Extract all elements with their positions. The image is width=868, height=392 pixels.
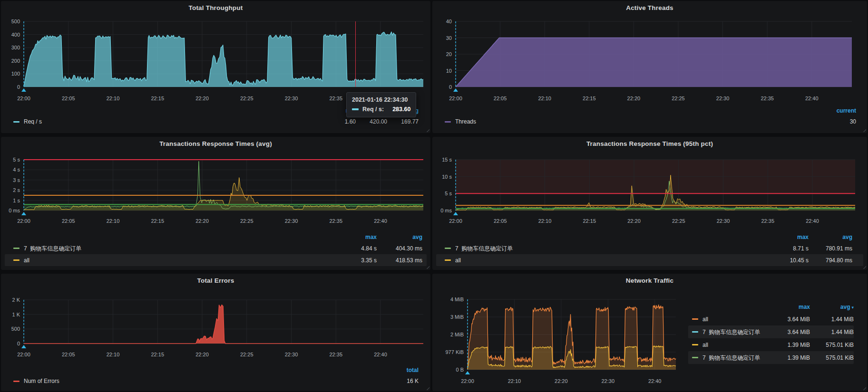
legend-series-label[interactable]: all (455, 258, 766, 263)
svg-text:22:35: 22:35 (761, 96, 774, 101)
legend-sort-header-max[interactable]: max (769, 304, 810, 310)
panel-active-threads: Active Threads 01020304022:0022:0522:102… (432, 1, 867, 133)
legend-series-color-dash[interactable] (13, 248, 20, 249)
svg-text:22:25: 22:25 (672, 218, 685, 224)
legend-series-color-dash[interactable] (692, 331, 698, 333)
legend-value: 30 (823, 119, 856, 124)
legend-sort-header-avg[interactable]: avg▾ (810, 304, 854, 310)
svg-text:22:10: 22:10 (107, 218, 120, 224)
legend-sort-header-max[interactable]: max (766, 234, 809, 240)
legend-sort-header-max[interactable]: max (334, 234, 377, 240)
tooltip-series-name: Req / s: (362, 106, 384, 113)
legend-series-color-dash[interactable] (13, 259, 20, 261)
svg-text:22:20: 22:20 (627, 218, 641, 224)
panel-total-throughput: Total Throughput 010020030040050022:0022… (1, 1, 430, 133)
legend-series-color-dash[interactable] (445, 259, 451, 261)
svg-text:22:25: 22:25 (240, 96, 254, 101)
legend-series-color-dash[interactable] (692, 318, 698, 320)
legend-sort-header-current[interactable]: current (823, 108, 856, 114)
legend-row: Threads30 (436, 116, 863, 127)
panel-title-active-threads[interactable]: Active Threads (432, 1, 867, 11)
panel-title-response-times-avg[interactable]: Transactions Response Times (avg) (1, 137, 430, 147)
svg-text:22:40: 22:40 (374, 352, 387, 357)
legend-series-color-dash[interactable] (445, 248, 451, 249)
svg-text:22:25: 22:25 (240, 218, 254, 224)
legend-value: 16 K (385, 378, 419, 384)
svg-text:22:20: 22:20 (195, 218, 209, 224)
legend-row: all1.39 MiB575.01 KiB (688, 338, 854, 351)
legend-value: 575.01 KiB (810, 355, 854, 361)
legend-series-label[interactable]: 7_购物车信息确定订单 (702, 355, 769, 361)
svg-text:10 s: 10 s (442, 174, 452, 180)
svg-text:15 s: 15 s (442, 157, 452, 163)
svg-text:0 ms: 0 ms (9, 208, 20, 213)
legend-value: 780.91 ms (809, 246, 852, 251)
svg-text:22:30: 22:30 (285, 96, 298, 101)
legend-row: 7_购物车信息确定订单4.84 s404.30 ms (5, 242, 427, 254)
svg-text:22:35: 22:35 (761, 218, 774, 224)
legend-value: 1.44 MiB (810, 316, 854, 322)
panel-title-response-times-95pct[interactable]: Transactions Response Times (95th pct) (432, 137, 867, 147)
svg-text:22:05: 22:05 (62, 218, 75, 224)
legend-sort-header-total[interactable]: total (385, 367, 419, 373)
svg-text:22:15: 22:15 (151, 96, 164, 101)
active-threads-legend: currentThreads30 (436, 105, 863, 127)
svg-text:22:20: 22:20 (195, 352, 209, 357)
legend-row: 7_购物车信息确定订单1.39 MiB575.01 KiB (688, 351, 854, 364)
response-times-avg-legend: maxavg7_购物车信息确定订单4.84 s404.30 msall3.35 … (5, 232, 427, 266)
legend-value: 3.35 s (334, 258, 377, 263)
legend-sort-header-avg[interactable]: avg (377, 234, 422, 240)
legend-series-label[interactable]: 7_购物车信息确定订单 (702, 329, 769, 335)
svg-text:22:20: 22:20 (627, 96, 641, 101)
legend-header-row: maxavg▾ (688, 301, 854, 313)
legend-series-label[interactable]: 7_购物车信息确定订单 (455, 246, 766, 251)
graph-tooltip: 2021-01-16 22:34:30 Req / s: 283.60 (346, 92, 416, 117)
legend-series-label[interactable]: all (702, 316, 769, 322)
legend-series-color-dash[interactable] (13, 381, 20, 382)
legend-row: all3.64 MiB1.44 MiB (688, 313, 854, 325)
svg-text:22:40: 22:40 (805, 96, 819, 101)
svg-text:22:10: 22:10 (538, 218, 552, 224)
legend-value: 10.45 s (766, 258, 809, 263)
legend-series-label[interactable]: 7_购物车信息确定订单 (24, 246, 334, 251)
response-times-95pct-legend: maxavg7_购物车信息确定订单8.71 s780.91 msall10.45… (436, 232, 863, 266)
network-traffic-legend: maxavg▾all3.64 MiB1.44 MiB7_购物车信息确定订单3.6… (688, 301, 854, 364)
legend-series-color-dash[interactable] (692, 344, 698, 345)
legend-series-color-dash[interactable] (692, 357, 698, 358)
legend-series-label[interactable]: all (24, 258, 334, 263)
grafana-dashboard: { "colors": { "accent_blue": "#33a2e5", … (0, 0, 868, 392)
legend-series-color-dash[interactable] (445, 121, 451, 123)
svg-text:22:00: 22:00 (449, 218, 462, 224)
legend-value: 4.84 s (334, 246, 377, 251)
tooltip-series-value: 283.60 (392, 106, 410, 113)
svg-text:22:20: 22:20 (195, 96, 209, 101)
panel-title-total-throughput[interactable]: Total Throughput (1, 1, 430, 11)
legend-header-row: total (5, 365, 427, 375)
legend-series-label[interactable]: Num of Errors (24, 378, 385, 384)
legend-value: 1.60 (324, 119, 356, 124)
legend-series-label[interactable]: Req / s (24, 119, 324, 124)
svg-text:22:30: 22:30 (602, 378, 615, 384)
panel-title-total-errors[interactable]: Total Errors (1, 274, 430, 284)
legend-row: all3.35 s418.53 ms (5, 254, 427, 266)
total-errors-legend: totalNum of Errors16 K (5, 365, 427, 387)
legend-sort-header-avg[interactable]: avg (809, 234, 852, 240)
svg-text:5 s: 5 s (13, 157, 20, 163)
legend-series-color-dash[interactable] (13, 121, 20, 123)
legend-row: 7_购物车信息确定订单8.71 s780.91 ms (436, 242, 863, 254)
svg-text:2 MiB: 2 MiB (450, 332, 464, 337)
panel-title-network-traffic[interactable]: Network Traffic (432, 274, 867, 284)
legend-series-label[interactable]: all (702, 342, 769, 348)
svg-text:30: 30 (446, 35, 452, 41)
svg-text:22:30: 22:30 (717, 218, 730, 224)
svg-text:22:40: 22:40 (648, 378, 662, 384)
legend-series-label[interactable]: Threads (455, 119, 823, 124)
svg-text:22:35: 22:35 (329, 96, 342, 101)
svg-text:22:40: 22:40 (374, 218, 387, 224)
svg-text:22:00: 22:00 (17, 218, 30, 224)
svg-text:22:05: 22:05 (62, 96, 75, 101)
panel-total-errors: Total Errors 05001 K2 K22:0022:0522:1022… (1, 274, 430, 391)
svg-text:22:10: 22:10 (508, 378, 521, 384)
svg-text:22:15: 22:15 (151, 352, 164, 357)
panel-network-traffic: Network Traffic 0 B977 KiB2 MiB3 MiB4 Mi… (432, 274, 867, 391)
